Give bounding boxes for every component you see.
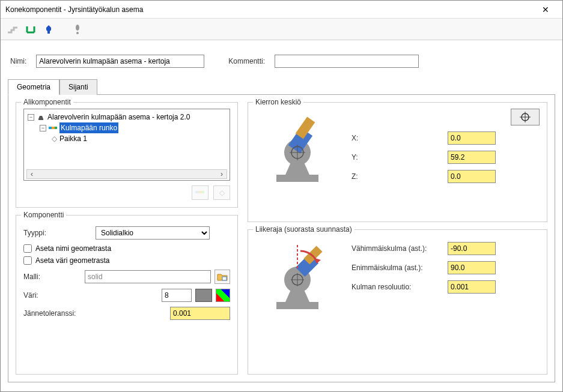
rotation-center-diagram — [255, 109, 339, 193]
row-color: Väri: — [23, 289, 230, 302]
row-y: Y: — [351, 151, 540, 164]
set-color-geom-label: Aseta väri geometrasta — [35, 256, 109, 265]
color-label: Väri: — [23, 291, 96, 300]
comment-label: Kommentti: — [228, 57, 265, 65]
group-subcomponents: Alikomponentit − Alarevolverin kulmapään… — [16, 102, 238, 208]
expand-icon[interactable]: − — [40, 125, 46, 131]
browse-model-button[interactable] — [215, 270, 230, 284]
pick-center-button[interactable] — [511, 109, 540, 125]
svg-rect-9 — [222, 277, 227, 280]
svg-rect-3 — [49, 127, 52, 129]
tree-hscrollbar[interactable]: ‹ › — [26, 169, 227, 179]
tree-row-child2[interactable]: ◇ Paikka 1 — [28, 133, 226, 144]
right-column: Kierron keskiö — [248, 102, 547, 375]
range-diagram — [255, 236, 339, 320]
row-resolution: Kulman resoluutio: — [351, 280, 540, 294]
x-label: X: — [351, 134, 448, 142]
name-input[interactable] — [36, 55, 204, 68]
resolution-input[interactable] — [448, 280, 496, 294]
close-button[interactable]: ✕ — [534, 5, 558, 14]
svg-rect-0 — [47, 31, 50, 34]
group-range: Liikeraja (suorasta suunnasta) — [248, 229, 547, 375]
tab-sijanti[interactable]: Sijanti — [59, 79, 97, 95]
rotation-center-params: X: Y: Z: — [351, 109, 540, 193]
svg-rect-7 — [198, 191, 201, 193]
type-select[interactable]: Solidialkio — [96, 226, 210, 240]
tree-root-label: Alarevolverin kulmapään asema - kertoja … — [47, 112, 190, 122]
group-component: Komponentti Tyyppi: Solidialkio Aseta ni… — [16, 215, 238, 375]
tess-label: Jännetoleranssi: — [23, 309, 96, 318]
row-z: Z: — [351, 170, 540, 183]
scroll-right-icon[interactable]: › — [217, 170, 227, 178]
slot-icon: ◇ — [52, 133, 57, 144]
x-input[interactable] — [448, 131, 496, 145]
color-palette-button[interactable] — [216, 289, 230, 302]
header-form: Nimi: Kommentti: — [1, 40, 562, 79]
row-x: X: — [351, 131, 540, 145]
subcomponent-buttons: ◇ — [23, 185, 230, 200]
color-index-input[interactable] — [162, 289, 192, 302]
y-input[interactable] — [448, 151, 496, 164]
svg-point-1 — [76, 25, 79, 31]
tool-warning-icon[interactable] — [70, 22, 85, 37]
group-rotation-center-legend: Kierron keskiö — [253, 98, 303, 106]
comment-input[interactable] — [275, 55, 419, 68]
min-angle-input[interactable] — [448, 242, 496, 255]
group-component-legend: Komponentti — [21, 211, 66, 219]
group-subcomponents-legend: Alikomponentit — [21, 98, 73, 106]
row-type: Tyyppi: Solidialkio — [23, 226, 230, 240]
type-label: Tyyppi: — [23, 229, 96, 237]
tool-fixture-icon[interactable] — [41, 22, 56, 37]
row-tess: Jännetoleranssi: — [23, 307, 230, 320]
group-rotation-center: Kierron keskiö — [248, 102, 547, 222]
range-params: Vähimmäiskulma (ast.): Enimmäiskulma (as… — [351, 236, 540, 320]
svg-rect-5 — [55, 127, 57, 129]
z-input[interactable] — [448, 170, 496, 183]
set-name-geom-checkbox[interactable] — [23, 244, 32, 253]
add-slot-button[interactable]: ◇ — [213, 185, 230, 200]
expand-icon[interactable]: − — [28, 114, 34, 121]
svg-point-2 — [76, 32, 79, 34]
row-max-angle: Enimmäiskulma (ast.): — [351, 261, 540, 274]
resolution-label: Kulman resoluutio: — [351, 283, 448, 291]
set-name-geom-label: Aseta nimi geometrasta — [35, 244, 111, 253]
z-label: Z: — [351, 172, 448, 181]
toolbar — [1, 19, 562, 40]
tree-row-root[interactable]: − Alarevolverin kulmapään asema - kertoj… — [28, 112, 226, 122]
model-input — [85, 270, 211, 283]
tabstrip: Geometria Sijanti — [8, 79, 555, 94]
tree-child1-label: Kulmapään runko — [59, 122, 118, 133]
set-color-geom-checkbox[interactable] — [23, 256, 32, 265]
name-label: Nimi: — [10, 57, 26, 65]
svg-rect-4 — [52, 127, 55, 129]
tab-panel-geometria: Alikomponentit − Alarevolverin kulmapään… — [8, 94, 555, 382]
machine-icon — [37, 113, 45, 121]
tree-row-child1[interactable]: − Kulmapään runko — [28, 122, 226, 133]
rotation-center-body: X: Y: Z: — [255, 109, 540, 193]
min-angle-label: Vähimmäiskulma (ast.): — [351, 244, 448, 253]
svg-rect-8 — [201, 191, 204, 193]
y-label: Y: — [351, 153, 448, 161]
window-title: Konekomponentit - Jyrsintätyökalun asema — [5, 5, 534, 14]
segment-icon — [49, 125, 57, 131]
row-model: Malli: — [23, 270, 230, 284]
add-subcomponent-button[interactable] — [192, 185, 208, 200]
max-angle-input[interactable] — [448, 261, 496, 274]
slot-icon: ◇ — [219, 188, 225, 197]
tool-chain-icon[interactable] — [5, 22, 20, 37]
row-set-name-geom: Aseta nimi geometrasta — [23, 244, 230, 253]
group-range-legend: Liikeraja (suorasta suunnasta) — [253, 225, 355, 234]
tree-child2-label: Paikka 1 — [59, 133, 87, 144]
model-label: Malli: — [23, 273, 85, 281]
scroll-left-icon[interactable]: ‹ — [27, 170, 37, 178]
max-angle-label: Enimmäiskulma (ast.): — [351, 264, 448, 272]
svg-rect-20 — [276, 302, 318, 309]
row-set-color-geom: Aseta väri geometrasta — [23, 256, 230, 265]
tree-view[interactable]: − Alarevolverin kulmapään asema - kertoj… — [23, 109, 230, 181]
color-swatch — [195, 289, 212, 302]
tess-input[interactable] — [170, 307, 230, 320]
row-min-angle: Vähimmäiskulma (ast.): — [351, 242, 540, 255]
tool-bracket-icon[interactable] — [23, 22, 38, 37]
range-body: Vähimmäiskulma (ast.): Enimmäiskulma (as… — [255, 236, 540, 320]
tab-geometria[interactable]: Geometria — [8, 79, 59, 95]
